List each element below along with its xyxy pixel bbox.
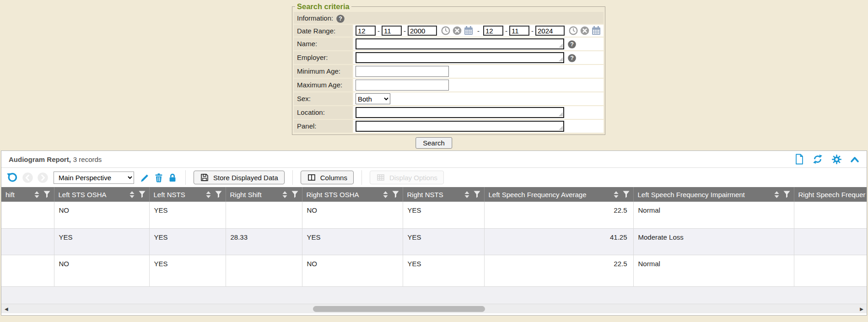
search-button[interactable]: Search [415,137,452,149]
name-label: Name: [297,39,317,48]
record-count: 3 records [73,156,102,163]
search-criteria-form: Search criteria Information: ? Date Rang… [292,2,605,135]
column-header-right-sts-osha[interactable]: Right STS OSHA [302,187,403,202]
column-header-right-shift[interactable]: Right Shift [226,187,302,202]
column-header-left-speech-frequency-impairment[interactable]: Left Speech Frequency Impairment [633,187,794,202]
column-header-left-shift[interactable]: hift [1,187,54,202]
toolbar-separator [292,170,293,185]
scroll-right-arrow-icon[interactable]: ▶ [860,306,863,312]
location-label: Location: [297,108,325,117]
clock-icon[interactable] [568,26,578,36]
table-row[interactable]: NO YES NO YES 22.5 Normal [1,255,867,286]
to-day-input[interactable] [509,26,529,36]
resize-grip[interactable] [559,126,563,130]
employer-row: Employer: ? [294,51,604,64]
calendar-icon[interactable] [464,26,474,36]
panel-input[interactable] [356,121,564,132]
scrollbar-thumb[interactable] [313,306,485,312]
filter-icon[interactable] [139,191,146,198]
perspective-select[interactable]: Main Perspective [54,172,134,184]
delete-trash-icon[interactable] [154,172,164,183]
name-row: Name: ? [294,38,604,50]
range-dash: - [477,27,480,35]
resize-grip[interactable] [559,57,563,61]
column-header-right-nsts[interactable]: Right NSTS [403,187,484,202]
report-title: Audiogram Report, [9,156,71,163]
column-header-left-sts-osha[interactable]: Left STS OSHA [54,187,149,202]
min-age-row: Minimum Age: [294,65,604,78]
columns-button[interactable]: Columns [301,171,354,184]
edit-pencil-icon[interactable] [140,172,150,183]
sort-icon[interactable] [774,191,779,199]
table-row[interactable]: NO YES NO YES 22.5 Normal [1,202,867,228]
information-label: Information: [297,14,333,23]
help-icon[interactable]: ? [567,54,577,63]
horizontal-scrollbar[interactable]: ◀ ▶ [1,304,867,313]
location-input[interactable] [356,107,564,118]
panel-bottom-padding [1,313,867,315]
filter-icon[interactable] [291,191,298,198]
search-criteria-legend: Search criteria [295,2,351,11]
calendar-icon[interactable] [591,26,601,36]
filter-icon[interactable] [783,191,790,198]
min-age-label: Minimum Age: [297,67,340,76]
filter-icon[interactable] [43,191,50,198]
new-document-icon[interactable] [795,154,804,165]
resize-grip[interactable] [559,43,563,48]
filter-icon[interactable] [392,191,399,198]
filter-icon[interactable] [474,191,480,198]
column-header-right-speech-frequency[interactable]: Right Speech Frequer [794,187,867,202]
column-header-left-speech-frequency-average[interactable]: Left Speech Frequency Average [484,187,633,202]
column-header-left-nsts[interactable]: Left NSTS [149,187,226,202]
from-year-input[interactable] [408,26,437,36]
previous-icon[interactable] [22,172,33,183]
sort-icon[interactable] [282,191,287,199]
employer-input[interactable] [356,52,564,63]
from-day-input[interactable] [382,26,402,36]
scroll-left-arrow-icon[interactable]: ◀ [5,306,8,312]
max-age-input[interactable] [356,80,449,91]
filter-icon[interactable] [623,191,630,198]
panel-label: Panel: [297,122,317,131]
svg-text:?: ? [339,16,342,22]
to-month-input[interactable] [483,26,503,36]
display-options-button[interactable]: Display Options [370,171,444,184]
lock-icon[interactable] [167,172,178,183]
from-month-input[interactable] [356,26,376,36]
sex-select[interactable]: Both [356,93,390,104]
to-year-input[interactable] [535,26,565,36]
sort-icon[interactable] [383,191,388,199]
refresh-icon[interactable] [812,154,823,165]
resize-grip[interactable] [559,112,563,116]
toolbar-separator [361,170,362,185]
help-icon[interactable]: ? [567,40,577,49]
employer-label: Employer: [297,53,328,62]
help-icon[interactable]: ? [336,14,345,23]
clock-icon[interactable] [441,26,451,36]
gear-icon[interactable] [831,154,842,165]
sort-icon[interactable] [206,191,211,199]
table-viewport: hift Left STS OSHA Left NSTS [1,187,867,287]
name-input[interactable] [356,38,564,49]
sort-icon[interactable] [614,191,619,199]
columns-icon [307,173,316,182]
max-age-row: Maximum Age: [294,79,604,91]
next-icon[interactable] [37,172,49,183]
clear-date-icon[interactable] [452,26,462,36]
sort-icon[interactable] [34,191,39,199]
grid-icon [376,173,385,182]
clear-date-icon[interactable] [580,26,590,36]
table-row[interactable]: YES YES 28.33 YES YES 41.25 Moderate Los… [1,228,867,255]
collapse-panel-icon[interactable] [850,156,859,163]
store-displayed-data-button[interactable]: Store Displayed Data [194,171,285,184]
date-range-row: Date Range: - - - - [294,25,604,37]
columns-button-label: Columns [320,174,347,182]
filter-icon[interactable] [215,191,222,198]
report-toolbar: Main Perspective Store Displayed Data [1,168,867,187]
sort-icon[interactable] [464,191,469,199]
date-range-label: Date Range: [297,27,335,36]
sort-icon[interactable] [129,191,135,199]
table-header-row: hift Left STS OSHA Left NSTS [1,187,867,202]
undo-icon[interactable] [6,172,18,184]
min-age-input[interactable] [356,66,449,77]
